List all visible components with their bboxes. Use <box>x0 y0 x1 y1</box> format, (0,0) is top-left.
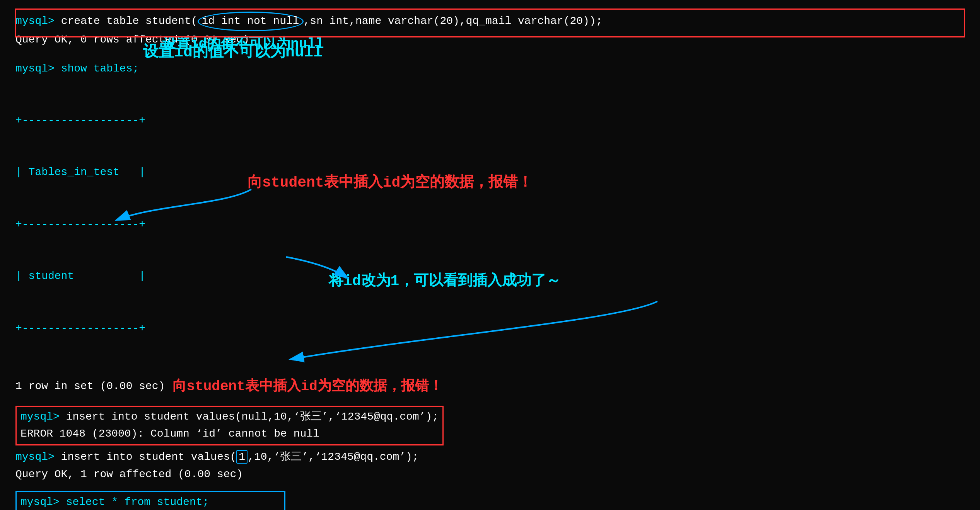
line-create-table: mysql> create table student(id int not n… <box>15 12 965 31</box>
row-count-line: 1 row in set (0.00 sec) 向student表中插入id为空… <box>15 376 965 398</box>
select-result-block: mysql> select * from student; +------+--… <box>15 491 285 510</box>
error-msg-text: ERROR 1048 (23000): Column ‘id’ cannot b… <box>20 428 319 440</box>
prompt-4: mysql> <box>15 451 55 463</box>
show-tables-code: show tables; <box>55 63 139 75</box>
table-row-student: | student | <box>15 268 965 285</box>
prompt-3: mysql> <box>20 411 60 423</box>
table-header: | Tables_in_test | <box>15 164 965 181</box>
line-error-msg: ERROR 1048 (23000): Column ‘id’ cannot b… <box>20 425 439 443</box>
prompt-5: mysql> <box>20 496 60 508</box>
table-div-3: +------------------+ <box>15 320 965 337</box>
oval-id-int-not-null: id int not null <box>198 12 304 31</box>
line-query-ok-2: Query OK, 1 row affected (0.00 sec) <box>15 466 965 483</box>
insert-1-code: insert into student values(1,10,‘张三’,‘12… <box>55 450 419 464</box>
table-div-2: +------------------+ <box>15 216 965 233</box>
line-show-tables-cmd: mysql> show tables; <box>15 60 965 78</box>
create-table-code: create table student(id int not null,sn … <box>55 15 603 27</box>
query-ok-2-text: Query OK, 1 row affected (0.00 sec) <box>15 468 243 480</box>
row-count-1: 1 row in set (0.00 sec) <box>15 378 165 395</box>
prompt-1: mysql> <box>15 15 55 27</box>
annotation-set-null: 设置id的值不可以为null <box>162 33 324 56</box>
value-1-highlight: 1 <box>236 450 248 464</box>
table-div-1: +------------------+ <box>15 112 965 129</box>
line-insert-1-cmd: mysql> insert into student values(1,10,‘… <box>15 449 965 466</box>
insert-null-code: insert into student values(null,10,‘张三’,… <box>60 411 439 423</box>
line-query-ok-1: Query OK, 0 rows affected (0.01 sec) <box>15 31 965 49</box>
terminal-window: mysql> create table student(id int not n… <box>0 0 980 510</box>
line-select-cmd: mysql> select * from student; <box>20 494 280 510</box>
line-insert-null-cmd: mysql> insert into student values(null,1… <box>20 408 439 426</box>
select-code: select * from student; <box>60 496 209 508</box>
show-tables-result: +------------------+ | Tables_in_test | … <box>15 77 965 372</box>
insert-error-block: mysql> insert into student values(null,1… <box>15 406 444 446</box>
annotation-insert-error: 向student表中插入id为空的数据，报错！ <box>172 376 442 398</box>
prompt-2: mysql> <box>15 63 55 75</box>
